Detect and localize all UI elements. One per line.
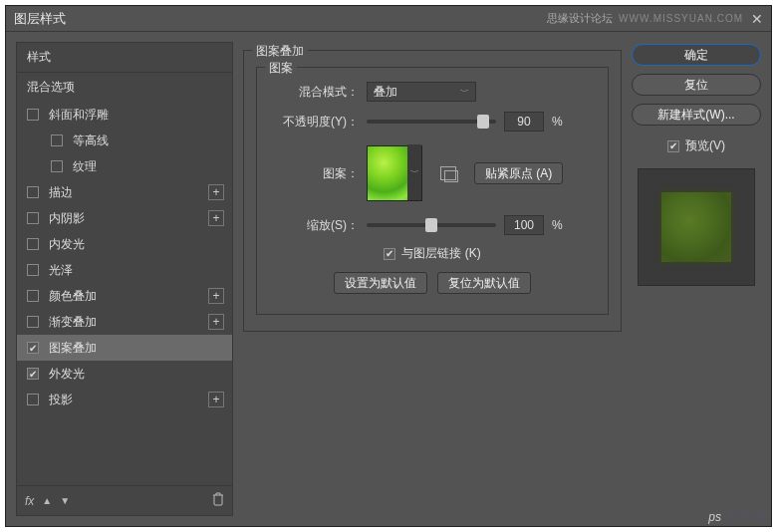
percent-label: %	[552, 218, 563, 232]
blend-mode-value: 叠加	[374, 84, 397, 101]
style-label: 斜面和浮雕	[49, 107, 224, 124]
settings-panel: 图案叠加 图案 混合模式： 叠加 ﹀ 不透明度(Y)：	[243, 42, 622, 516]
style-checkbox[interactable]	[51, 160, 63, 172]
style-checkbox[interactable]	[27, 316, 39, 328]
layer-style-dialog: 图层样式 思缘设计论坛 WWW.MISSYUAN.COM ✕ 样式 混合选项 斜…	[5, 5, 772, 527]
style-checkbox[interactable]	[27, 109, 39, 121]
dialog-title: 图层样式	[14, 10, 547, 28]
style-checkbox[interactable]: ✔	[27, 342, 39, 354]
style-checkbox[interactable]	[27, 212, 39, 224]
style-label: 图案叠加	[49, 340, 224, 357]
set-default-button[interactable]: 设置为默认值	[334, 272, 427, 294]
blend-mode-select[interactable]: 叠加 ﹀	[367, 82, 476, 102]
style-label: 投影	[49, 392, 208, 408]
chevron-down-icon: ﹀	[407, 144, 421, 200]
style-label: 外发光	[49, 366, 224, 383]
style-label: 内阴影	[49, 210, 208, 227]
pattern-row: 图案： ﹀ 贴紧原点 (A)	[273, 145, 592, 201]
defaults-row: 设置为默认值 复位为默认值	[273, 272, 592, 294]
watermark-cn: 爱好者	[725, 508, 767, 526]
scale-input[interactable]: 100	[504, 215, 544, 235]
watermark: ps 爱好者	[708, 508, 767, 526]
style-item-9[interactable]: ✔图案叠加	[17, 335, 232, 361]
style-checkbox[interactable]: ✔	[27, 368, 39, 380]
styles-sidebar: 样式 混合选项 斜面和浮雕等高线纹理描边+内阴影+内发光光泽颜色叠加+渐变叠加+…	[16, 42, 233, 516]
add-effect-icon[interactable]: +	[208, 210, 224, 226]
sidebar-footer: fx ▲ ▼	[17, 485, 232, 515]
arrow-up-icon[interactable]: ▲	[42, 495, 52, 506]
pattern-label: 图案：	[273, 165, 359, 182]
group-title: 图案	[265, 60, 297, 77]
add-effect-icon[interactable]: +	[208, 184, 224, 200]
titlebar[interactable]: 图层样式 思缘设计论坛 WWW.MISSYUAN.COM ✕	[6, 6, 771, 32]
style-checkbox[interactable]	[27, 290, 39, 302]
opacity-thumb[interactable]	[477, 115, 489, 129]
sidebar-header[interactable]: 样式	[17, 43, 232, 73]
link-checkbox[interactable]: ✔	[384, 248, 395, 260]
preview-row: ✔ 预览(V)	[632, 137, 761, 154]
style-item-8[interactable]: 渐变叠加+	[17, 309, 232, 335]
add-effect-icon[interactable]: +	[208, 314, 224, 330]
pattern-group: 图案 混合模式： 叠加 ﹀ 不透明度(Y)： 90	[256, 67, 609, 315]
style-checkbox[interactable]	[27, 264, 39, 276]
scale-thumb[interactable]	[425, 218, 437, 232]
trash-icon[interactable]	[212, 492, 224, 509]
link-label: 与图层链接 (K)	[401, 245, 480, 262]
blend-label: 混合模式：	[273, 84, 359, 101]
style-list: 斜面和浮雕等高线纹理描边+内阴影+内发光光泽颜色叠加+渐变叠加+✔图案叠加✔外发…	[17, 102, 232, 485]
panel-title: 图案叠加	[252, 43, 308, 60]
style-label: 颜色叠加	[49, 288, 208, 305]
pattern-picker[interactable]: ﹀	[367, 145, 422, 201]
ok-button[interactable]: 确定	[632, 44, 761, 66]
arrow-down-icon[interactable]: ▼	[60, 495, 70, 506]
style-label: 渐变叠加	[49, 314, 208, 331]
pattern-swatch[interactable]: ﹀	[367, 145, 422, 201]
style-item-2[interactable]: 纹理	[17, 153, 232, 179]
style-item-5[interactable]: 内发光	[17, 231, 232, 257]
credit-url: WWW.MISSYUAN.COM	[619, 13, 743, 24]
preview-box	[638, 168, 755, 286]
style-item-11[interactable]: 投影+	[17, 387, 232, 412]
style-label: 内发光	[49, 236, 224, 253]
reset-default-button[interactable]: 复位为默认值	[437, 272, 531, 294]
style-item-7[interactable]: 颜色叠加+	[17, 283, 232, 309]
action-column: 确定 复位 新建样式(W)... ✔ 预览(V)	[632, 42, 761, 516]
pattern-overlay-fieldset: 图案叠加 图案 混合模式： 叠加 ﹀ 不透明度(Y)：	[243, 50, 622, 332]
credit-text: 思缘设计论坛	[547, 11, 613, 26]
close-icon[interactable]: ✕	[751, 11, 763, 27]
new-pattern-icon[interactable]	[440, 166, 456, 180]
reset-button[interactable]: 复位	[632, 74, 761, 96]
style-label: 纹理	[73, 158, 224, 175]
style-checkbox[interactable]	[27, 238, 39, 250]
add-effect-icon[interactable]: +	[208, 288, 224, 304]
preview-checkbox[interactable]: ✔	[667, 140, 679, 152]
scale-slider[interactable]	[367, 223, 496, 227]
style-item-1[interactable]: 等高线	[17, 128, 232, 153]
preview-swatch	[661, 192, 731, 262]
scale-label: 缩放(S)：	[273, 217, 359, 234]
link-row: ✔ 与图层链接 (K)	[273, 245, 592, 262]
style-checkbox[interactable]	[51, 134, 63, 146]
snap-origin-button[interactable]: 贴紧原点 (A)	[474, 162, 563, 184]
style-label: 描边	[49, 184, 208, 201]
blend-options[interactable]: 混合选项	[17, 73, 232, 102]
dialog-body: 样式 混合选项 斜面和浮雕等高线纹理描边+内阴影+内发光光泽颜色叠加+渐变叠加+…	[6, 32, 771, 526]
style-item-6[interactable]: 光泽	[17, 257, 232, 283]
style-item-10[interactable]: ✔外发光	[17, 361, 232, 387]
fx-icon[interactable]: fx	[25, 494, 34, 508]
preview-label: 预览(V)	[685, 137, 725, 154]
style-item-0[interactable]: 斜面和浮雕	[17, 102, 232, 128]
opacity-slider[interactable]	[367, 120, 496, 124]
style-item-3[interactable]: 描边+	[17, 179, 232, 205]
opacity-label: 不透明度(Y)：	[273, 114, 359, 131]
style-item-4[interactable]: 内阴影+	[17, 205, 232, 231]
new-style-button[interactable]: 新建样式(W)...	[632, 104, 761, 126]
scale-row: 缩放(S)： 100 %	[273, 215, 592, 235]
chevron-down-icon: ﹀	[460, 86, 469, 99]
blend-mode-row: 混合模式： 叠加 ﹀	[273, 82, 592, 102]
style-checkbox[interactable]	[27, 394, 39, 405]
watermark-ps: ps	[708, 510, 721, 524]
add-effect-icon[interactable]: +	[208, 392, 224, 407]
style-checkbox[interactable]	[27, 186, 39, 198]
opacity-input[interactable]: 90	[504, 112, 544, 132]
